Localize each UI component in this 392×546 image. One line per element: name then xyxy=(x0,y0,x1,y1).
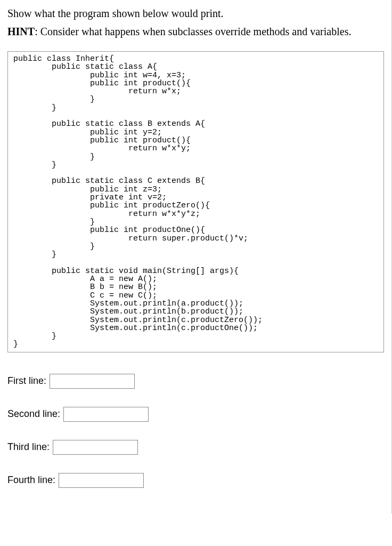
instruction-text: Show what the program shown below would … xyxy=(7,7,384,20)
hint-body: : Consider what happens when subclasses … xyxy=(35,26,351,37)
first-line-label: First line: xyxy=(7,375,46,387)
hint-label: HINT xyxy=(7,26,35,37)
first-line-input[interactable] xyxy=(50,374,135,389)
answer-row-fourth: Fourth line: xyxy=(7,473,384,488)
third-line-label: Third line: xyxy=(7,441,50,453)
answer-row-second: Second line: xyxy=(7,407,384,422)
fourth-line-input[interactable] xyxy=(59,473,144,488)
second-line-label: Second line: xyxy=(7,408,60,420)
answer-row-third: Third line: xyxy=(7,440,384,455)
third-line-input[interactable] xyxy=(53,440,138,455)
fourth-line-label: Fourth line: xyxy=(7,475,55,486)
second-line-input[interactable] xyxy=(63,407,149,422)
answer-row-first: First line: xyxy=(7,374,384,389)
hint-text: HINT: Consider what happens when subclas… xyxy=(7,25,384,38)
code-block: public class Inherit{ public static clas… xyxy=(7,51,384,352)
